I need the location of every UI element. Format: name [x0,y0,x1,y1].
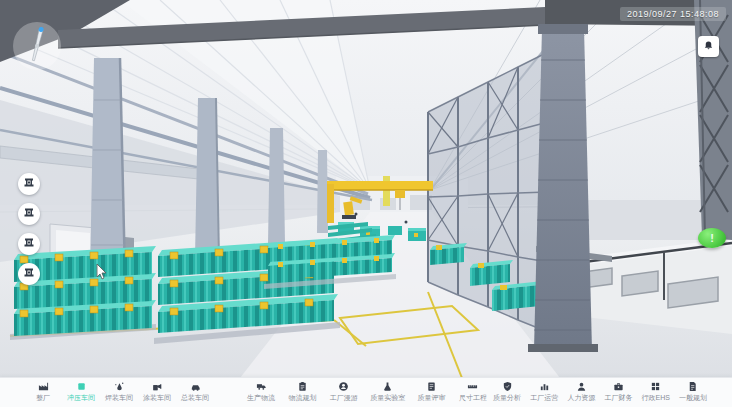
stamping-workshop-icon [76,381,87,392]
tab-label: 物流规划 [288,393,316,402]
ruler-icon [467,381,478,392]
tab-label: 生产物流 [247,393,275,402]
tab-factory-operation[interactable]: 工厂运营 [529,381,559,402]
tab-label: 质量分析 [493,393,521,402]
tab-quality-review[interactable]: 质量评审 [417,381,447,402]
tab-label: 涂装车间 [143,393,171,402]
briefcase-icon [613,381,624,392]
bar-chart-icon [539,381,550,392]
clipboard-icon [297,381,308,392]
tab-admin-ehs[interactable]: 行政EHS [641,381,671,402]
tab-whole-plant[interactable]: 整厂 [28,381,58,402]
roam-person-icon [338,381,349,392]
tab-label: 工厂运营 [530,393,558,402]
press-machine-icon [23,177,35,192]
truck-icon [256,381,267,392]
tab-label: 质量实验室 [370,393,405,402]
press-station-button-3[interactable] [18,233,40,255]
press-station-button-2[interactable] [18,203,40,225]
tab-label: 焊装车间 [105,393,133,402]
tab-label: 行政EHS [642,393,670,402]
tab-label: 质量评审 [418,393,446,402]
tab-human-resources[interactable]: 人力资源 [566,381,596,402]
tab-dimension-engineering[interactable]: 尺寸工程 [458,381,488,402]
flask-icon [382,381,393,392]
tab-assembly-workshop[interactable]: 总装车间 [180,381,210,402]
tab-welding-workshop[interactable]: 焊装车间 [104,381,134,402]
painting-workshop-icon [152,381,163,392]
tab-label: 尺寸工程 [459,393,487,402]
notification-button[interactable] [698,36,719,57]
document-review-icon [426,381,437,392]
assembly-workshop-icon [190,381,201,392]
grid-icon [650,381,661,392]
tab-painting-workshop[interactable]: 涂装车间 [142,381,172,402]
press-station-button-4[interactable] [18,263,40,285]
bottom-toolbar: 整厂 冲压车间 焊装车间 涂装车间 总装车间 生产物流 [0,377,732,407]
press-machine-icon [23,207,35,222]
compass-widget[interactable] [12,21,62,71]
tab-label: 冲压车间 [67,393,95,402]
shield-icon [502,381,513,392]
alert-marker[interactable]: ! [698,228,726,248]
person-icon [576,381,587,392]
tab-label: 工厂财务 [605,393,633,402]
bell-icon [703,39,714,54]
tab-label: 总装车间 [181,393,209,402]
tab-general-planning[interactable]: 一般规划 [678,381,708,402]
clock-label: 2019/09/27 15:48:08 [620,7,726,21]
tab-label: 工厂漫游 [330,393,358,402]
tab-factory-finance[interactable]: 工厂财务 [604,381,634,402]
welding-workshop-icon [114,381,125,392]
press-machine-icon [23,267,35,282]
press-machine-icon [23,237,35,252]
app-window: 2019/09/27 15:48:08 ! 整厂 冲压车 [0,0,732,407]
tab-quality-lab[interactable]: 质量实验室 [370,381,405,402]
factory-3d-scene[interactable] [0,0,732,378]
tab-stamping-workshop[interactable]: 冲压车间 [66,381,96,402]
tab-label: 整厂 [36,393,50,402]
alert-label: ! [710,232,714,244]
tab-label: 一般规划 [679,393,707,402]
tab-quality-analysis[interactable]: 质量分析 [492,381,522,402]
tab-logistics-planning[interactable]: 物流规划 [287,381,317,402]
tab-label: 人力资源 [567,393,595,402]
factory-icon [38,381,49,392]
document-icon [687,381,698,392]
tab-factory-roam[interactable]: 工厂漫游 [329,381,359,402]
tab-production-logistics[interactable]: 生产物流 [246,381,276,402]
press-station-button-1[interactable] [18,173,40,195]
